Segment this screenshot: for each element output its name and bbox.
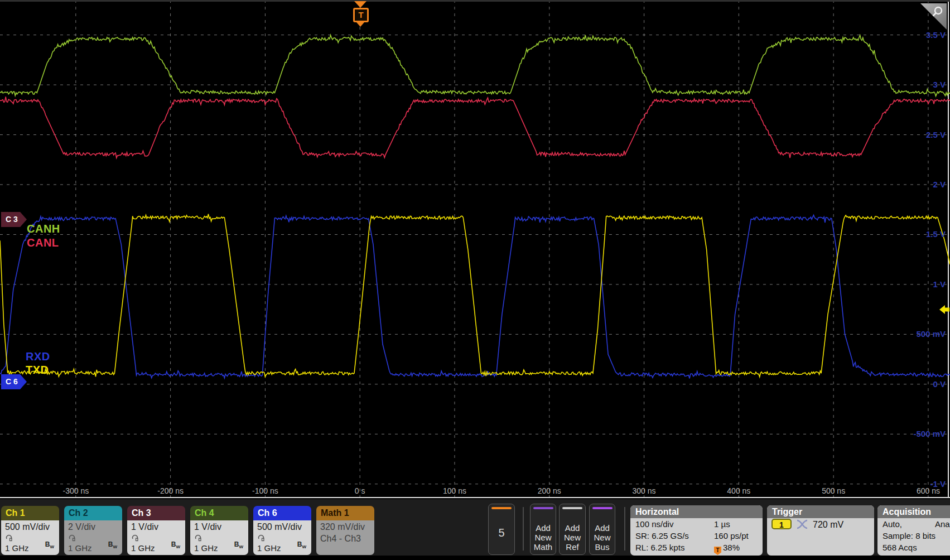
trigger-position-icon: T xyxy=(714,547,721,555)
channel-badge-ch2[interactable]: Ch 22 V/div1 GHzBW xyxy=(64,506,122,555)
channel-scale: 1 V/div xyxy=(131,522,185,533)
horizontal-panel[interactable]: Horizontal 100 ns/div 1 µs SR: 6.25 GS/s… xyxy=(630,505,763,556)
voltage-axis-label: -500 mV xyxy=(906,429,946,438)
probe-icon xyxy=(5,534,13,542)
voltage-axis-label: -1 V xyxy=(906,479,946,489)
acquisition-panel[interactable]: Acquisition Auto, Ana Sample: 8 bits 568… xyxy=(877,505,950,556)
ref-accent xyxy=(562,507,582,509)
txd-trace xyxy=(0,214,950,377)
time-axis-label: 300 ns xyxy=(622,486,667,495)
sample-rate: SR: 6.25 GS/s xyxy=(635,531,689,540)
add-new-bus-label: AddNewBus xyxy=(590,523,615,552)
trigger-level-arrow[interactable] xyxy=(939,305,950,317)
acquisition-count: 568 Acqs xyxy=(877,542,950,553)
oscilloscope-screen: T C 3 C 6 CANH CANL RXD TXD -300 ns-200 … xyxy=(0,0,950,560)
time-axis-label: -100 ns xyxy=(243,486,287,495)
channel-scale: 500 mV/div xyxy=(5,522,59,533)
channel-bandwidth: 1 GHzBW xyxy=(131,543,182,553)
rxd-label: RXD xyxy=(26,350,50,363)
time-axis-label: -300 ns xyxy=(54,486,98,495)
channel5-button[interactable]: 5 xyxy=(488,504,515,555)
trigger-level-value: 720 mV xyxy=(813,519,843,530)
waveform-svg xyxy=(0,0,950,497)
acquisition-mode: Auto, xyxy=(883,519,902,529)
channel-scale: 500 mV/div xyxy=(257,522,311,533)
channel-badge-ch4[interactable]: Ch 41 V/div1 GHzBW xyxy=(190,506,248,555)
math-source: Ch4 - Ch3 xyxy=(320,533,374,545)
channel-badge-ch6[interactable]: Ch 6500 mV/div1 GHzBW xyxy=(253,506,311,555)
channel-name: Ch 1 xyxy=(1,506,59,520)
time-axis-label: 500 ns xyxy=(811,486,856,495)
time-axis-label: -200 ns xyxy=(148,486,193,495)
time-axis-label: 0 s xyxy=(337,486,382,495)
probe-icon xyxy=(131,534,139,542)
canh-label: CANH xyxy=(27,223,60,235)
channel-bandwidth: 1 GHzBW xyxy=(257,543,308,553)
channel-badge-ch3[interactable]: Ch 31 V/div1 GHzBW xyxy=(127,506,185,555)
bw-limit-icon: BW xyxy=(45,539,54,552)
graticule-border xyxy=(0,497,950,498)
channel-name: Ch 6 xyxy=(253,506,311,520)
channel-name: Math 1 xyxy=(316,506,374,520)
add-new-math-label: AddNewMath xyxy=(531,523,556,552)
channel-scale: 1 V/div xyxy=(194,522,248,533)
probe-icon xyxy=(68,534,76,542)
canl-label: CANL xyxy=(27,236,59,249)
channel-bandwidth: 1 GHzBW xyxy=(5,543,56,553)
settings-bar: Ch 1500 mV/div1 GHzBWCh 22 V/div1 GHzBWC… xyxy=(0,499,950,556)
voltage-axis-label: 3.5 V xyxy=(906,30,946,40)
bw-limit-icon: BW xyxy=(108,539,117,552)
trigger-panel-title: Trigger xyxy=(767,505,874,518)
trigger-position-arrow-icon xyxy=(354,1,367,8)
add-new-bus-button[interactable]: AddNewBus xyxy=(589,504,615,555)
voltage-axis-label: 2 V xyxy=(906,180,946,189)
voltage-axis-label: 1 V xyxy=(906,279,946,289)
channel-name: Ch 3 xyxy=(127,506,185,520)
channel-badge-ch1[interactable]: Ch 1500 mV/div1 GHzBW xyxy=(1,506,59,555)
rxd-trace xyxy=(0,215,950,379)
voltage-axis-label: 1.5 V xyxy=(906,229,946,239)
channel-bandwidth: 1 GHzBW xyxy=(194,543,245,553)
probe-icon xyxy=(194,534,202,542)
voltage-axis-label: 0 V xyxy=(906,379,946,389)
waveform-display[interactable]: T C 3 C 6 CANH CANL RXD TXD -300 ns-200 … xyxy=(0,0,950,497)
add-new-math-button[interactable]: AddNewMath xyxy=(530,504,556,555)
channel-scale: 2 V/div xyxy=(68,522,122,533)
add-new-ref-button[interactable]: AddNewRef xyxy=(559,504,586,555)
channel5-accent xyxy=(491,507,512,509)
channel-name: Ch 4 xyxy=(190,506,248,520)
channel-badge-math1[interactable]: Math 1320 mV/divCh4 - Ch3 xyxy=(316,506,374,555)
trigger-marker-tail xyxy=(356,22,364,27)
probe-icon xyxy=(257,534,265,542)
canl-trace xyxy=(0,96,950,158)
top-strip xyxy=(0,0,950,2)
trigger-panel[interactable]: Trigger 1 720 mV xyxy=(767,505,874,556)
channel-bandwidth: 1 GHzBW xyxy=(68,543,119,553)
bw-limit-icon: BW xyxy=(297,539,306,552)
trigger-source-badge: 1 xyxy=(771,519,792,529)
time-axis-label: 100 ns xyxy=(432,486,477,495)
time-axis-label: 400 ns xyxy=(716,486,761,495)
canh-trace xyxy=(0,35,950,96)
bw-limit-icon: BW xyxy=(234,539,243,552)
acquisition-panel-title: Acquisition xyxy=(877,505,950,518)
trigger-position-percent: 38% xyxy=(723,543,740,552)
horizontal-scale: 100 ns/div xyxy=(635,519,673,529)
voltage-axis-label: 500 mV xyxy=(906,329,946,339)
channel-name: Ch 2 xyxy=(64,506,122,520)
sample-interval: 160 ps/pt xyxy=(714,530,749,542)
separator xyxy=(624,507,625,551)
trigger-slope-icon xyxy=(796,519,808,533)
trigger-t-icon: T xyxy=(353,8,369,22)
acquisition-mode-cut: Ana xyxy=(935,518,950,530)
separator xyxy=(523,507,524,551)
bw-limit-icon: BW xyxy=(171,539,180,552)
horizontal-window: 1 µs xyxy=(714,518,730,530)
horizontal-panel-title: Horizontal xyxy=(630,505,763,518)
voltage-axis-label: 3 V xyxy=(906,80,946,89)
add-new-ref-label: AddNewRef xyxy=(560,523,585,552)
voltage-axis-label: 2.5 V xyxy=(906,130,946,139)
channel5-label: 5 xyxy=(489,527,514,539)
acquisition-sample-bits: Sample: 8 bits xyxy=(877,530,950,542)
channel-scale: 320 mV/div xyxy=(320,522,374,533)
